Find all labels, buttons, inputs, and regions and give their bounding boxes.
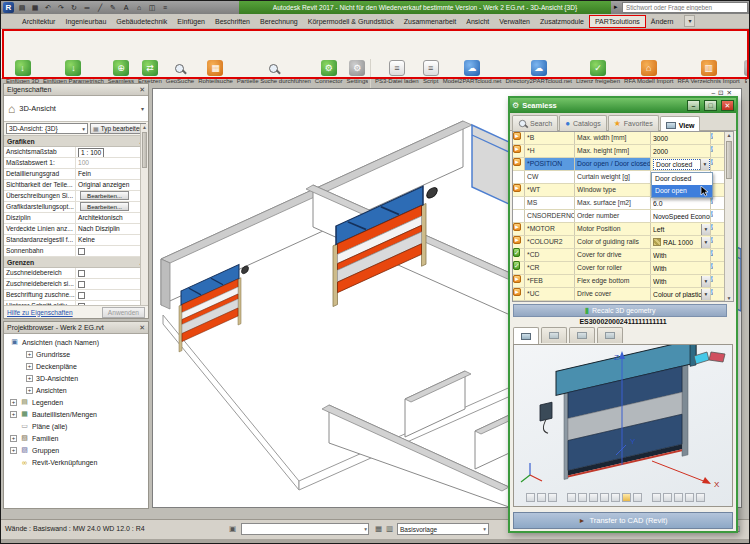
3d-preview-pane[interactable]: Z Y X — [513, 344, 733, 507]
title-expand-icon[interactable]: ▸ — [614, 3, 618, 11]
preview-tool-icon[interactable] — [696, 493, 705, 502]
expand-icon[interactable]: + — [10, 411, 17, 418]
preview-tool-icon[interactable] — [685, 493, 694, 502]
tree-item-familien[interactable]: +▧Familien — [4, 432, 148, 444]
table-row[interactable]: ►*FEBFlex edge bottomWith▾i — [513, 275, 724, 288]
tab-ingenieurbau[interactable]: Ingenieurbau — [60, 15, 111, 28]
preview-tool-icon[interactable] — [589, 493, 598, 502]
expand-icon[interactable]: + — [10, 399, 17, 406]
combo-arrow-icon[interactable]: ▾ — [701, 237, 710, 248]
preview-tool-icon[interactable] — [633, 493, 642, 502]
tree-item-plaene[interactable]: ▭Pläne (alle) — [4, 420, 148, 432]
preview-tool-icon[interactable] — [663, 493, 672, 502]
preview-tab-2d[interactable] — [541, 327, 567, 343]
expand-icon[interactable]: + — [10, 435, 17, 442]
tab-zusammenarbeit[interactable]: Zusammenarbeit — [399, 15, 462, 28]
seamless-close-button[interactable]: ✕ — [721, 100, 734, 111]
position-combobox[interactable]: Door closed▾ — [653, 159, 710, 170]
prop-value[interactable]: 1 : 100 — [76, 147, 148, 157]
script-button[interactable]: ≡Script — [421, 58, 441, 84]
annotation-crop-checkbox[interactable] — [78, 292, 85, 299]
tab-ansicht[interactable]: Ansicht — [461, 15, 494, 28]
worksets-combobox[interactable]: ▾ — [241, 523, 369, 535]
tree-item-ansichten-root[interactable]: ▣Ansichten (nach Namen) — [4, 336, 148, 348]
properties-close-icon[interactable]: ✕ — [139, 84, 145, 95]
preview-tool-icon-active[interactable] — [622, 493, 631, 502]
table-row[interactable]: ►*UCDrive coverColour of plastic cover▾i — [513, 288, 724, 301]
tab-catalogs[interactable]: ●Catalogs — [559, 115, 606, 131]
preview-tool-icon[interactable] — [526, 493, 535, 502]
tree-item-grundrisse[interactable]: +Grundrisse — [4, 348, 148, 360]
info-icon[interactable]: i — [711, 237, 713, 243]
combo-arrow-icon[interactable]: ▾ — [701, 276, 710, 287]
section-grenzen[interactable]: Grenzen▲ — [4, 257, 148, 268]
design-options-icon[interactable]: ▦ — [375, 524, 382, 533]
tree-item-legenden[interactable]: +▤Legenden — [4, 396, 148, 408]
seamless-minimize-button[interactable]: – — [687, 100, 700, 111]
preview-tab-3d[interactable] — [513, 327, 539, 344]
tab-gebaeudetechnik[interactable]: Gebäudetechnik — [111, 15, 172, 28]
tree-item-3d-ansichten[interactable]: +3D-Ansichten — [4, 372, 148, 384]
thin-lines-icon[interactable]: ≡ — [160, 2, 170, 13]
text-icon[interactable]: A — [121, 2, 131, 13]
tab-einfuegen[interactable]: Einfügen — [172, 15, 210, 28]
settings-button[interactable]: ⚙Settings — [345, 58, 368, 84]
redo-icon[interactable]: ↷ — [56, 2, 66, 13]
seamless-button[interactable]: ⊕Seamless — [106, 58, 136, 84]
tab-aendern[interactable]: Ändern — [646, 15, 679, 28]
combo-arrow-icon[interactable]: ▾ — [701, 224, 710, 235]
geosuche-button[interactable]: GeoSuche — [164, 58, 196, 84]
pen-icon[interactable]: ✎ — [108, 2, 118, 13]
prop-value[interactable]: Fein — [76, 169, 148, 179]
preview-tool-icon[interactable] — [578, 493, 587, 502]
prop-value[interactable]: Architektonisch — [76, 213, 148, 223]
rohteilsuche-button[interactable]: ▦Rohteilsuche — [196, 58, 235, 84]
info-icon[interactable]: i — [711, 276, 713, 282]
expand-icon[interactable]: + — [10, 447, 17, 454]
tab-partsolutions[interactable]: PARTsolutions — [589, 15, 646, 28]
instance-selector[interactable]: 3D-Ansicht: {3D}▾ — [6, 123, 88, 134]
info-icon[interactable]: i — [711, 198, 713, 204]
combo-arrow-icon[interactable]: ▾ — [700, 159, 709, 170]
info-icon[interactable]: i — [711, 263, 713, 269]
seamless-maximize-button[interactable]: □ — [704, 100, 717, 111]
save-icon[interactable]: ▦ — [30, 2, 40, 13]
tab-architektur[interactable]: Architektur — [17, 15, 60, 28]
preview-tab-info[interactable] — [597, 327, 623, 343]
prop-value[interactable]: Original anzeigen — [76, 180, 148, 190]
seamless-title-bar[interactable]: ⚙ Seamless – □ ✕ — [510, 98, 736, 113]
properties-help-link[interactable]: Hilfe zu Eigenschaften — [7, 309, 73, 316]
recalc-3d-geometry-button[interactable]: ▮Recalc 3D geometry — [513, 304, 727, 317]
tab-beschriften[interactable]: Beschriften — [210, 15, 255, 28]
preview-tool-icon[interactable] — [548, 493, 557, 502]
default-3d-view-icon[interactable]: ⌂ — [134, 2, 144, 13]
info-icon[interactable]: i — [711, 250, 713, 256]
table-row[interactable]: ►*BMax. width [mm]3000i — [513, 132, 724, 145]
type-selector[interactable]: ⌂ 3D-Ansicht ▾ — [4, 96, 148, 122]
preview-tool-icon[interactable] — [674, 493, 683, 502]
ersetzen-button[interactable]: ⇄Ersetzen — [136, 58, 164, 84]
sonnenbahn-checkbox[interactable] — [78, 248, 85, 255]
tree-item-revit-verknuepfungen[interactable]: ∞Revit-Verknüpfungen — [4, 456, 148, 468]
info-icon[interactable]: i — [711, 224, 713, 230]
help-search-input[interactable] — [622, 2, 748, 13]
table-row[interactable]: ►*MOTORMotor PositionLeft▾i — [513, 223, 724, 236]
3d-glasses-icon[interactable] — [694, 352, 725, 364]
rfa-verzeichnis-import-button[interactable]: ▥RFA Verzeichnis Import — [675, 58, 741, 84]
edit-type-button[interactable]: ▦Typ bearbeiten — [90, 123, 146, 134]
info-icon[interactable]: i — [711, 159, 713, 165]
rfa-modell-import-button[interactable]: ⌂RFA Modell Import — [622, 58, 675, 84]
panel-display-toggle-icon[interactable]: ▾ — [684, 15, 695, 27]
crop-visible-checkbox[interactable] — [78, 281, 85, 288]
modify-icon[interactable]: ╱ — [95, 2, 105, 13]
einfuegen-parametrisch-button[interactable]: ↓Einfügen Parametrisch — [41, 58, 106, 84]
expand-icon[interactable]: + — [26, 375, 33, 382]
lizenz-freigeben-button[interactable]: ✓Lizenz freigeben — [574, 58, 622, 84]
design-options-icon-2[interactable]: ▥ — [386, 524, 393, 533]
tree-item-bauteillisten[interactable]: +▦Bauteillisten/Mengen — [4, 408, 148, 420]
edit-graphics-button[interactable]: Bearbeiten... — [80, 202, 129, 211]
expand-icon[interactable]: + — [26, 387, 33, 394]
model2partcloud-button[interactable]: ☁Model2PARTcloud.net — [441, 58, 504, 84]
partielle-suche-button[interactable]: Partielle Suche durchführen — [235, 58, 313, 84]
transfer-to-cad-button[interactable]: ►Transfer to CAD (Revit) — [513, 512, 733, 529]
